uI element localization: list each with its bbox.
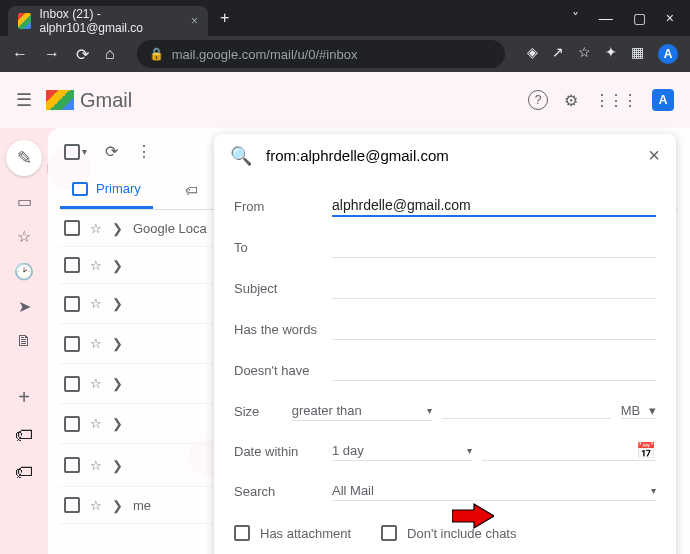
nav-icons: ← → ⟳ ⌂ <box>12 45 115 64</box>
checkbox-icon <box>64 144 80 160</box>
settings-icon[interactable]: ⚙ <box>564 91 578 110</box>
important-icon[interactable]: ❯ <box>112 376 123 391</box>
label-1-icon[interactable]: 🏷 <box>15 425 33 446</box>
search-in-value: All Mail <box>332 483 374 498</box>
bookmark-icon[interactable]: ☆ <box>578 44 591 64</box>
alphr-account-icon[interactable]: A <box>652 89 674 111</box>
star-icon[interactable]: ☆ <box>90 458 102 473</box>
eye-icon[interactable]: ◈ <box>527 44 538 64</box>
refresh-icon[interactable]: ⟳ <box>105 142 118 161</box>
to-label: To <box>234 240 332 255</box>
more-rail-icon[interactable]: + <box>18 386 30 409</box>
drafts-rail-icon[interactable]: 🗎 <box>16 332 32 350</box>
header-right: ? ⚙ ⋮⋮⋮ A <box>528 89 674 111</box>
share-icon[interactable]: ↗ <box>552 44 564 64</box>
date-range-select[interactable]: 1 day ▾ <box>332 441 472 461</box>
important-icon[interactable]: ❯ <box>112 296 123 311</box>
star-icon[interactable]: ☆ <box>90 336 102 351</box>
more-actions-icon[interactable]: ⋮ <box>136 142 152 161</box>
chevron-down-icon: ▾ <box>467 445 472 456</box>
label-2-icon[interactable]: 🏷 <box>15 462 33 483</box>
sent-rail-icon[interactable]: ➤ <box>18 297 31 316</box>
to-input[interactable] <box>332 237 656 258</box>
row-checkbox[interactable] <box>64 336 80 352</box>
important-icon[interactable]: ❯ <box>112 221 123 236</box>
main-menu-icon[interactable]: ☰ <box>16 89 32 111</box>
row-checkbox[interactable] <box>64 220 80 236</box>
star-icon[interactable]: ☆ <box>90 296 102 311</box>
gmail-brand-text: Gmail <box>80 89 132 112</box>
select-all-checkbox[interactable]: ▾ <box>64 144 87 160</box>
subject-input[interactable] <box>332 278 656 299</box>
tab-primary[interactable]: Primary <box>60 171 153 209</box>
from-input[interactable] <box>332 195 656 217</box>
starred-rail-icon[interactable]: ☆ <box>17 227 31 246</box>
date-row: Date within 1 day ▾ 📅 <box>234 431 656 471</box>
calendar-icon[interactable]: 📅 <box>636 441 656 460</box>
help-icon[interactable]: ? <box>528 90 548 110</box>
url-bar[interactable]: 🔒 mail.google.com/mail/u/0/#inbox <box>137 40 505 68</box>
inbox-rail-icon[interactable]: ▭ <box>17 192 32 211</box>
close-window-icon[interactable]: × <box>666 10 674 26</box>
checkbox-icon <box>234 525 250 541</box>
snoozed-rail-icon[interactable]: 🕑 <box>14 262 34 281</box>
search-form: From To Subject Has the words Doesn't ha… <box>214 177 676 554</box>
menu-icon[interactable]: ▦ <box>631 44 644 64</box>
has-attachment-checkbox[interactable]: Has attachment <box>234 525 351 541</box>
date-picker-field[interactable]: 📅 <box>482 441 656 461</box>
row-checkbox[interactable] <box>64 296 80 312</box>
tab-promotions[interactable]: 🏷 <box>173 171 210 209</box>
star-icon[interactable]: ☆ <box>90 416 102 431</box>
row-checkbox[interactable] <box>64 257 80 273</box>
home-button[interactable]: ⌂ <box>105 45 115 64</box>
star-icon[interactable]: ☆ <box>90 258 102 273</box>
row-checkbox[interactable] <box>64 497 80 513</box>
star-icon[interactable]: ☆ <box>90 376 102 391</box>
extensions-icon[interactable]: ✦ <box>605 44 617 64</box>
promotions-tab-icon: 🏷 <box>185 183 198 198</box>
search-input[interactable] <box>266 147 634 164</box>
size-operator-select[interactable]: greater than ▾ <box>292 401 432 421</box>
clear-search-icon[interactable]: × <box>648 144 660 167</box>
to-row: To <box>234 227 656 268</box>
compose-button[interactable]: ✎ <box>6 140 42 176</box>
dont-include-chats-checkbox[interactable]: Don't include chats <box>381 525 516 541</box>
search-in-row: Search All Mail ▾ <box>234 471 656 511</box>
row-checkbox[interactable] <box>64 457 80 473</box>
subject-row: Subject <box>234 268 656 309</box>
star-icon[interactable]: ☆ <box>90 498 102 513</box>
star-icon[interactable]: ☆ <box>90 221 102 236</box>
size-unit-value: MB <box>621 403 641 418</box>
maximize-window-icon[interactable]: ▢ <box>633 10 646 26</box>
doesnt-have-input[interactable] <box>332 360 656 381</box>
size-unit-select[interactable]: MB ▾ <box>621 403 656 419</box>
close-tab-icon[interactable]: × <box>191 14 198 28</box>
back-button[interactable]: ← <box>12 45 28 64</box>
reload-button[interactable]: ⟳ <box>76 45 89 64</box>
gmail-logo[interactable]: Gmail <box>46 89 132 112</box>
minimize-window-icon[interactable]: — <box>599 10 613 26</box>
important-icon[interactable]: ❯ <box>112 498 123 513</box>
has-words-input[interactable] <box>332 319 656 340</box>
important-icon[interactable]: ❯ <box>112 336 123 351</box>
date-range-value: 1 day <box>332 443 364 458</box>
important-icon[interactable]: ❯ <box>112 416 123 431</box>
row-checkbox[interactable] <box>64 376 80 392</box>
minimize-button[interactable]: ˅ <box>572 10 579 26</box>
doesnt-have-label: Doesn't have <box>234 363 332 378</box>
alphr-extension-icon[interactable]: A <box>658 44 678 64</box>
window-controls: ˅ — ▢ × <box>572 10 682 26</box>
important-icon[interactable]: ❯ <box>112 458 123 473</box>
row-checkbox[interactable] <box>64 416 80 432</box>
new-tab-button[interactable]: + <box>220 9 229 27</box>
checkbox-icon <box>381 525 397 541</box>
apps-icon[interactable]: ⋮⋮⋮ <box>594 91 636 110</box>
size-value-input[interactable] <box>442 403 611 419</box>
date-within-label: Date within <box>234 444 332 459</box>
browser-tab[interactable]: Inbox (21) - alphr101@gmail.co × <box>8 6 208 36</box>
search-in-select[interactable]: All Mail ▾ <box>332 481 656 501</box>
has-attachment-label: Has attachment <box>260 526 351 541</box>
search-in-label: Search <box>234 484 332 499</box>
forward-button[interactable]: → <box>44 45 60 64</box>
important-icon[interactable]: ❯ <box>112 258 123 273</box>
